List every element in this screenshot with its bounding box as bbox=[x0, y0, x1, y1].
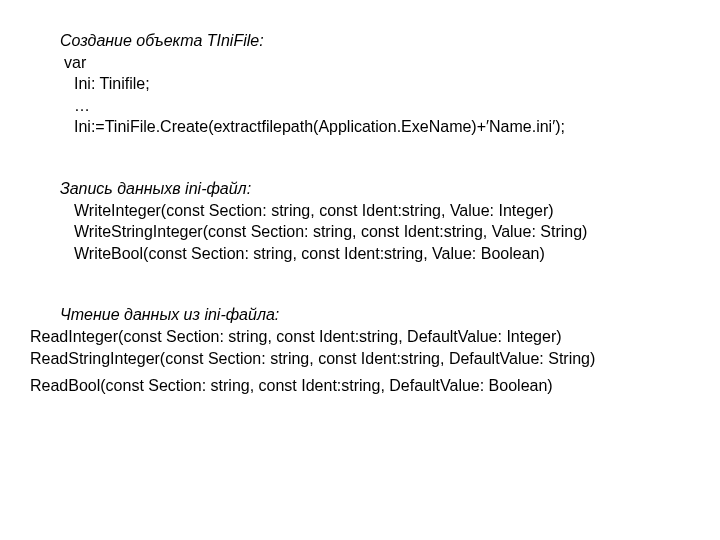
code-line: WriteStringInteger(const Section: string… bbox=[60, 221, 710, 243]
section-write: Запись данныхв ini-файл: WriteInteger(co… bbox=[60, 178, 710, 264]
code-line: Ini:=TiniFile.Create(extractfilepath(App… bbox=[60, 116, 710, 138]
section-title: Создание объекта TIniFile: bbox=[60, 30, 710, 52]
code-line: … bbox=[60, 95, 710, 117]
section-read: Чтение данных из ini-файла: ReadInteger(… bbox=[60, 304, 710, 396]
document-page: Создание объекта TIniFile: var Ini: Tini… bbox=[0, 0, 720, 397]
code-line: ReadStringInteger(const Section: string,… bbox=[30, 348, 710, 370]
code-line: ReadInteger(const Section: string, const… bbox=[30, 326, 710, 348]
code-line: WriteBool(const Section: string, const I… bbox=[60, 243, 710, 265]
code-line: ReadBool(const Section: string, const Id… bbox=[30, 375, 710, 397]
section-create: Создание объекта TIniFile: var Ini: Tini… bbox=[60, 30, 710, 138]
code-line: Ini: Tinifile; bbox=[60, 73, 710, 95]
section-title: Запись данныхв ini-файл: bbox=[60, 178, 710, 200]
code-line: WriteInteger(const Section: string, cons… bbox=[60, 200, 710, 222]
section-title: Чтение данных из ini-файла: bbox=[60, 304, 710, 326]
code-line: var bbox=[60, 52, 710, 74]
